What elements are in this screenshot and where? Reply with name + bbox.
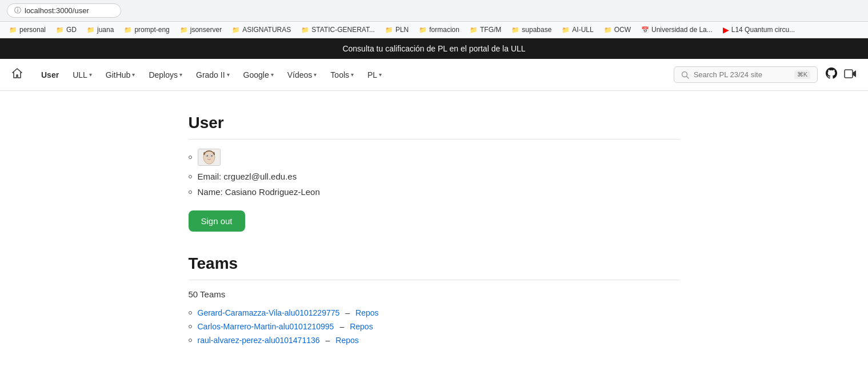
nav-label: ULL: [73, 70, 87, 79]
nav-item-grado[interactable]: Grado II ▾: [189, 66, 237, 84]
nav-label: GitHub: [106, 70, 131, 79]
user-section: User: [189, 114, 680, 232]
user-section-title: User: [189, 114, 680, 140]
nav-links: User ULL ▾ GitHub ▾ Deploys ▾ Grado II ▾…: [34, 66, 674, 84]
chevron-down-icon: ▾: [379, 71, 382, 78]
bookmarks-bar: 📁 personal 📁 GD 📁 juana 📁 prompt-eng 📁 j…: [0, 22, 868, 38]
teams-section-title: Teams: [189, 254, 680, 280]
svg-line-1: [686, 76, 689, 78]
folder-icon: 📁: [562, 26, 570, 34]
url-text: localhost:3000/user: [25, 6, 89, 15]
bullet-icon: [189, 339, 192, 342]
chevron-down-icon: ▾: [89, 71, 92, 78]
repos-link[interactable]: Repos: [355, 308, 378, 317]
bookmark-static[interactable]: 📁 STATIC-GENERAT...: [297, 25, 379, 35]
video-icon[interactable]: [844, 69, 857, 81]
bookmark-juana[interactable]: 📁 juana: [82, 25, 118, 35]
bookmark-ai-ull[interactable]: 📁 AI-ULL: [557, 25, 598, 35]
folder-icon: 📁: [511, 26, 519, 34]
nav-item-github[interactable]: GitHub ▾: [99, 66, 142, 84]
folder-icon: 📁: [56, 26, 64, 34]
folder-icon: 📁: [385, 26, 393, 34]
list-item: Carlos-Marrero-Martin-alu0101210995 – Re…: [189, 322, 680, 331]
nav-item-deploys[interactable]: Deploys ▾: [142, 66, 189, 84]
team-link[interactable]: raul-alvarez-perez-alu0101471136: [198, 336, 320, 345]
team-link[interactable]: Carlos-Marrero-Martin-alu0101210995: [198, 322, 334, 331]
announcement-bar: Consulta tu calificación de PL en el por…: [0, 38, 868, 59]
bookmark-label: TFG/M: [480, 26, 501, 34]
nav-item-pl[interactable]: PL ▾: [361, 66, 389, 84]
separator: –: [345, 308, 350, 317]
folder-icon: 📁: [419, 26, 427, 34]
chevron-down-icon: ▾: [314, 71, 317, 78]
bookmark-label: GD: [66, 26, 77, 34]
bookmark-supabase[interactable]: 📁 supabase: [507, 25, 556, 35]
bullet-icon: [189, 325, 192, 328]
bookmark-label: personal: [19, 26, 46, 34]
teams-list: Gerard-Caramazza-Vila-alu0101229775 – Re…: [189, 308, 680, 345]
bookmark-label: STATIC-GENERAT...: [311, 26, 375, 34]
folder-icon: 📁: [9, 26, 17, 34]
page-content: User: [177, 91, 691, 372]
bookmark-label: supabase: [522, 26, 551, 34]
nav-label: Google: [243, 70, 269, 79]
team-link[interactable]: Gerard-Caramazza-Vila-alu0101229775: [198, 308, 340, 317]
user-info-list: Email: crguezl@ull.edu.es Name: Casiano …: [189, 149, 680, 197]
bookmark-ocw[interactable]: 📁 OCW: [599, 25, 635, 35]
nav-label: Vídeos: [287, 70, 313, 79]
bookmark-label: prompt-eng: [134, 26, 169, 34]
nav-label: Grado II: [196, 70, 225, 79]
chevron-down-icon: ▾: [351, 71, 354, 78]
nav-label: Deploys: [149, 70, 178, 79]
url-bar[interactable]: ⓘ localhost:3000/user: [7, 3, 121, 18]
repos-link[interactable]: Repos: [335, 336, 358, 345]
nav-label: Tools: [330, 70, 349, 79]
sign-out-button[interactable]: Sign out: [189, 210, 245, 232]
teams-count: 50 Teams: [189, 289, 680, 299]
folder-icon: 📁: [232, 26, 240, 34]
separator: –: [339, 322, 344, 331]
avatar: [198, 149, 221, 166]
nav-item-tools[interactable]: Tools ▾: [323, 66, 361, 84]
announcement-text: Consulta tu calificación de PL en el por…: [342, 44, 525, 53]
nav-item-user[interactable]: User: [34, 66, 66, 84]
bookmark-personal[interactable]: 📁 personal: [5, 25, 50, 35]
home-button[interactable]: [11, 67, 23, 82]
chevron-down-icon: ▾: [227, 71, 230, 78]
bookmark-tfgm[interactable]: 📁 TFG/M: [465, 25, 506, 35]
github-icon[interactable]: [825, 66, 838, 83]
chevron-down-icon: ▾: [179, 71, 182, 78]
search-box[interactable]: ⌘K: [674, 66, 818, 83]
bookmark-asignaturas[interactable]: 📁 ASIGNATURAS: [227, 25, 295, 35]
bookmark-label: OCW: [614, 26, 631, 34]
search-input[interactable]: [694, 70, 790, 79]
bookmark-prompt-eng[interactable]: 📁 prompt-eng: [119, 25, 174, 35]
nav-item-google[interactable]: Google ▾: [237, 66, 281, 84]
teams-section: Teams 50 Teams Gerard-Caramazza-Vila-alu…: [189, 254, 680, 345]
main-nav: User ULL ▾ GitHub ▾ Deploys ▾ Grado II ▾…: [0, 59, 868, 91]
bookmark-jsonserver[interactable]: 📁 jsonserver: [175, 25, 226, 35]
bookmark-pln[interactable]: 📁 PLN: [381, 25, 413, 35]
folder-icon: 📁: [604, 26, 612, 34]
bookmark-label: formacion: [429, 26, 459, 34]
nav-item-ull[interactable]: ULL ▾: [66, 66, 99, 84]
folder-icon: 📁: [301, 26, 309, 34]
bookmark-label: juana: [97, 26, 114, 34]
user-email: Email: crguezl@ull.edu.es: [198, 172, 297, 181]
separator: –: [326, 336, 330, 345]
user-name: Name: Casiano Rodriguez-Leon: [198, 187, 320, 197]
bookmark-label: PLN: [395, 26, 409, 34]
list-item: Gerard-Caramazza-Vila-alu0101229775 – Re…: [189, 308, 680, 317]
repos-link[interactable]: Repos: [350, 322, 373, 331]
youtube-icon: ▶: [723, 25, 729, 34]
bookmark-label: L14 Quantum circu...: [731, 26, 795, 34]
list-item: raul-alvarez-perez-alu0101471136 – Repos: [189, 336, 680, 345]
bookmark-gd[interactable]: 📁 GD: [51, 25, 81, 35]
bookmark-formacion[interactable]: 📁 formacion: [414, 25, 464, 35]
nav-item-videos[interactable]: Vídeos ▾: [281, 66, 324, 84]
svg-point-8: [211, 155, 212, 156]
nav-label: User: [41, 70, 59, 79]
bookmark-youtube[interactable]: ▶ L14 Quantum circu...: [718, 24, 799, 35]
chevron-down-icon: ▾: [271, 71, 274, 78]
bookmark-universidad[interactable]: 📅 Universidad de La...: [637, 25, 717, 35]
